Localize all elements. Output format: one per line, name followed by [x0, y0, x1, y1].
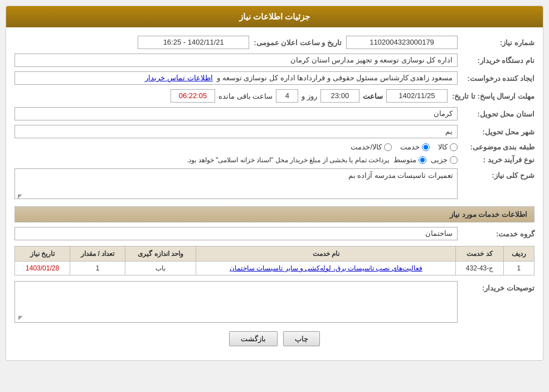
type-motavasset-label: متوسط — [393, 156, 416, 164]
province-value: کرمان — [14, 107, 458, 120]
col-unit: واحد اندازه گیری — [125, 246, 196, 262]
col-row-num: ردیف — [503, 246, 534, 262]
buyer-notes-label: توصیحات خریدار: — [462, 281, 535, 292]
row-province: استان محل تحویل: کرمان — [14, 107, 535, 120]
main-card: جزئیات اطلاعات نیاز شماره نیاز: 11020043… — [6, 6, 543, 361]
type-jozvi-label: جزیی — [431, 156, 448, 164]
category-khadamat-label: خدمت — [400, 143, 420, 151]
deadline-remaining-label: ساعت باقی مانده — [218, 92, 273, 100]
buyer-org-value: اداره کل نوسازی توسعه و تجهیز مدارس استا… — [14, 54, 458, 67]
row-description: شرح کلی نیاز: تعمیرات تاسیسات مدرسه آزاد… — [14, 168, 535, 201]
deadline-time-row: 1402/11/25 ساعت 23:00 روز و 4 ساعت باقی … — [171, 89, 448, 103]
col-need-date: تاریخ نیاز — [15, 246, 70, 262]
col-quantity: تعداد / مقدار — [70, 246, 125, 262]
deadline-label: مهلت ارسال پاسخ: تا تاریخ: — [452, 92, 535, 100]
row-city: شهر محل تحویل: یم — [14, 125, 535, 138]
category-kala-radio[interactable] — [450, 143, 458, 151]
deadline-time: 23:00 — [320, 89, 359, 103]
row-deadline: مهلت ارسال پاسخ: تا تاریخ: 1402/11/25 سا… — [14, 89, 535, 103]
row-creator: ایجاد کننده درخواست: مسعود زاهدی کارشناس… — [14, 71, 535, 85]
announce-datetime-label: تاریخ و ساعت اعلان عمومی: — [254, 38, 342, 47]
purchase-type-label: نوع فرآیند خرید : — [462, 156, 535, 164]
cell-service-name[interactable]: فعالیت‌های نصب تاسیسات برق، لوله‌کشی و س… — [196, 262, 456, 275]
city-value: یم — [14, 125, 458, 138]
page-title: جزئیات اطلاعات نیاز — [239, 12, 310, 21]
col-service-name: نام خدمت — [196, 246, 456, 262]
need-number-label: شماره نیاز: — [462, 38, 535, 47]
category-khadamat[interactable]: خدمت — [400, 143, 430, 151]
notes-resize-handle: ◤ — [16, 314, 23, 321]
category-kala-khadamat-label: کالا/خدمت — [351, 143, 382, 151]
creator-value: مسعود زاهدی کارشناس مسئول حقوقی و قراردا… — [14, 71, 458, 85]
description-textarea[interactable] — [14, 168, 458, 199]
deadline-days: 4 — [276, 89, 298, 103]
services-table: ردیف کد خدمت نام خدمت واحد اندازه گیری ت… — [14, 246, 535, 275]
col-service-code: کد خدمت — [456, 246, 503, 262]
need-number-value: 1102004323000179 — [346, 36, 458, 49]
row-purchase-type: نوع فرآیند خرید : جزیی متوسط پرداخت تمام… — [14, 156, 535, 164]
buyer-notes-area: ◤ — [14, 281, 458, 323]
deadline-time-label: ساعت — [363, 92, 383, 100]
service-group-label: گروه خدمت: — [462, 230, 535, 238]
description-label: شرح کلی نیاز: — [462, 168, 535, 180]
buyer-notes-row: توصیحات خریدار: ◤ — [14, 281, 535, 323]
city-label: شهر محل تحویل: — [462, 128, 535, 136]
print-button[interactable]: چاپ — [283, 331, 320, 346]
province-label: استان محل تحویل: — [462, 110, 535, 118]
type-jozvi-radio[interactable] — [450, 156, 458, 164]
cell-row-num: 1 — [503, 262, 534, 275]
row-service-group: گروه خدمت: ساختمان — [14, 227, 535, 240]
type-motavasset-radio[interactable] — [419, 156, 426, 164]
creator-contact-link[interactable]: اطلاعات تماس خریدار — [145, 74, 212, 82]
card-header: جزئیات اطلاعات نیاز — [6, 6, 543, 27]
deadline-day-label: روز و — [302, 92, 317, 100]
category-radio-group: کالا خدمت کالا/خدمت — [14, 143, 458, 151]
announce-datetime-value: 1402/11/21 - 16:25 — [138, 36, 249, 49]
purchase-type-row: جزیی متوسط پرداخت تمام یا بخشی از مبلغ خ… — [14, 156, 458, 164]
category-kala-khadamat[interactable]: کالا/خدمت — [351, 143, 392, 151]
services-section-header: اطلاعات خدمات مورد نیاز — [14, 206, 535, 222]
cell-need-date: 1403/01/28 — [15, 262, 70, 275]
services-table-section: ردیف کد خدمت نام خدمت واحد اندازه گیری ت… — [14, 246, 535, 275]
description-container: تعمیرات تاسیسات مدرسه آزاده بم ◤ — [14, 168, 458, 201]
category-kala-label: کالا — [438, 143, 448, 151]
type-motavasset[interactable]: متوسط — [393, 156, 426, 164]
type-jozvi[interactable]: جزیی — [431, 156, 458, 164]
card-body: شماره نیاز: 1102004323000179 تاریخ و ساع… — [6, 27, 543, 360]
buyer-notes-textarea[interactable] — [15, 282, 457, 321]
category-kala[interactable]: کالا — [438, 143, 458, 151]
service-group-value: ساختمان — [14, 227, 458, 240]
category-khadamat-radio[interactable] — [422, 143, 430, 151]
cell-unit: باب — [125, 262, 196, 275]
row-category: طبقه بندی موضوعی: کالا خدمت کالا/خدمت — [14, 143, 535, 151]
back-button[interactable]: بازگشت — [229, 331, 278, 346]
table-header-row: ردیف کد خدمت نام خدمت واحد اندازه گیری ت… — [15, 246, 535, 262]
deadline-date: 1402/11/25 — [386, 89, 448, 103]
row-buyer-org: نام دستگاه خریدار: اداره کل نوسازی توسعه… — [14, 54, 535, 67]
creator-label: ایجاد کننده درخواست: — [462, 74, 535, 83]
category-kala-khadamat-radio[interactable] — [384, 143, 392, 151]
buyer-org-label: نام دستگاه خریدار: — [462, 56, 535, 65]
page-wrapper: جزئیات اطلاعات نیاز شماره نیاز: 11020043… — [0, 0, 549, 392]
cell-service-code: ج-43-432 — [456, 262, 503, 275]
row-need-number: شماره نیاز: 1102004323000179 تاریخ و ساع… — [14, 36, 535, 49]
table-row: 1 ج-43-432 فعالیت‌های نصب تاسیسات برق، ل… — [15, 262, 535, 275]
deadline-remaining: 06:22:05 — [171, 89, 215, 103]
cell-quantity: 1 — [70, 262, 125, 275]
resize-handle: ◤ — [16, 193, 22, 200]
button-row: چاپ بازگشت — [14, 331, 535, 352]
purchase-type-note: پرداخت تمام یا بخشی از مبلغ خریدار محل "… — [14, 156, 389, 164]
category-label: طبقه بندی موضوعی: — [462, 143, 535, 151]
